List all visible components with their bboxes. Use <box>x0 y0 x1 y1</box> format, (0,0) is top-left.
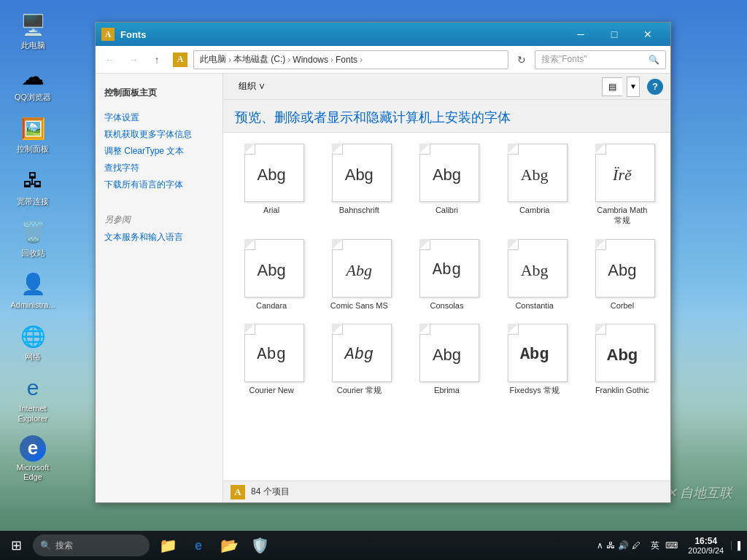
minimize-button[interactable]: ─ <box>564 23 597 46</box>
font-item-bahnschrift[interactable]: Abg Bahnschrift <box>318 140 400 230</box>
sidebar-link-get-fonts[interactable]: 联机获取更多字体信息 <box>96 126 222 143</box>
search-icon: 🔍 <box>649 55 659 65</box>
ie-taskbar-icon: e <box>195 538 202 553</box>
taskbar-time: 16:54 <box>688 536 724 546</box>
network-icon: 🌐 <box>18 322 47 351</box>
taskbar-volume-icon[interactable]: 🔊 <box>618 540 629 551</box>
taskbar-date: 2020/9/24 <box>688 546 724 555</box>
taskbar-item-ie[interactable]: e <box>184 532 213 559</box>
taskbar-items: 📁 e 📂 🛡️ <box>153 532 274 559</box>
desktop-icon-network[interactable]: 🌐 网络 <box>7 319 58 365</box>
font-name-cambria: Cambria <box>519 205 550 215</box>
font-name-courier-reg: Courier 常规 <box>337 385 382 395</box>
taskbar-search[interactable]: 🔍 搜索 <box>33 534 150 556</box>
desktop-icon-admin[interactable]: 👤 Administra... <box>7 267 58 313</box>
font-item-consolas[interactable]: Abg Consolas <box>406 236 487 314</box>
font-item-cambria-math[interactable]: Ïrě Cambria Math 常规 <box>581 140 663 230</box>
sidebar-link-find-char[interactable]: 查找字符 <box>96 160 222 176</box>
font-name-calibri: Calibri <box>436 205 458 215</box>
desktop-icon-network-conn[interactable]: 🖧 宽带连接 <box>7 163 58 209</box>
desktop-icon-ie[interactable]: e InternetExplorer <box>7 370 58 426</box>
font-item-corbel[interactable]: Abg Corbel <box>581 236 663 314</box>
maximize-button[interactable]: □ <box>597 23 631 46</box>
up-button[interactable]: ↑ <box>147 50 167 70</box>
path-icon: A <box>173 52 187 67</box>
forward-button[interactable]: → <box>123 50 144 70</box>
font-preview-franklin: Abg <box>607 346 638 365</box>
fonts-window: A Fonts ─ □ ✕ ← → ↑ A 此电脑 › 本地磁盘 (C:) › … <box>95 22 671 503</box>
start-button[interactable]: ⊞ <box>0 531 33 560</box>
font-item-fixedsys[interactable]: Abg Fixedsys 常规 <box>494 320 576 399</box>
fonts-grid: Abg Arial Abg Bahnschrift <box>231 140 663 399</box>
font-item-arial[interactable]: Abg Arial <box>231 140 312 230</box>
taskbar-pen-icon[interactable]: 🖊 <box>632 540 640 551</box>
font-icon-cambria-math: Ïrě <box>589 144 655 202</box>
font-preview-bahnschrift: Abg <box>345 166 374 184</box>
help-button[interactable]: ? <box>647 79 663 95</box>
font-item-ebrima[interactable]: Abg Ebrima <box>406 320 487 399</box>
taskbar: ⊞ 🔍 搜索 📁 e 📂 🛡️ ∧ 🖧 🔊 🖊 <box>0 531 747 560</box>
computer-icon-label: 此电脑 <box>21 41 45 50</box>
shield-taskbar-icon: 🛡️ <box>251 537 269 554</box>
sidebar-link-cleartype[interactable]: 调整 ClearType 文本 <box>96 143 222 160</box>
font-item-franklin[interactable]: Abg Franklin Gothic <box>581 320 663 399</box>
font-name-corbel: Corbel <box>611 300 634 311</box>
font-item-comic-sans[interactable]: Abg Comic Sans MS <box>318 236 400 314</box>
control-icon: 🖼️ <box>18 114 47 143</box>
address-bar: ← → ↑ A 此电脑 › 本地磁盘 (C:) › Windows › Font… <box>96 46 670 74</box>
desktop-icon-control[interactable]: 🖼️ 控制面板 <box>7 111 58 157</box>
font-name-franklin: Franklin Gothic <box>595 385 649 395</box>
taskbar-item-explorer[interactable]: 📁 <box>153 532 182 559</box>
search-placeholder: 搜索"Fonts" <box>541 53 587 66</box>
font-preview-comic-sans: Abg <box>347 261 372 280</box>
desktop-icon-recycle[interactable]: 🗑️ 回收站 <box>7 215 58 261</box>
control-icon-label: 控制面板 <box>17 144 49 154</box>
font-name-comic-sans: Comic Sans MS <box>330 300 388 311</box>
view-button[interactable]: ▤ <box>602 77 622 96</box>
close-button[interactable]: ✕ <box>631 23 665 46</box>
font-preview-consolas: Abg <box>433 261 462 279</box>
taskbar-item-shield[interactable]: 🛡️ <box>245 532 274 559</box>
font-item-courier-new[interactable]: Abg Courier New <box>231 320 312 399</box>
taskbar-clock[interactable]: 16:54 2020/9/24 <box>682 536 729 555</box>
font-name-constantia: Constantia <box>515 300 554 311</box>
font-icon-cambria: Abg <box>502 144 568 202</box>
taskbar-right: ∧ 🖧 🔊 🖊 英 ⌨ 16:54 2020/9/24 ▐ <box>594 536 747 555</box>
admin-icon: 👤 <box>18 270 47 299</box>
font-icon-consolas: Abg <box>414 239 479 298</box>
taskbar-network-icon: 🖧 <box>606 540 615 551</box>
taskbar-lang-indicator[interactable]: 英 <box>648 540 662 552</box>
taskbar-show-desktop[interactable]: ▐ <box>731 541 743 550</box>
folder-taskbar-icon: 📂 <box>220 537 239 554</box>
back-button[interactable]: ← <box>100 50 120 70</box>
organize-button[interactable]: 组织 ∨ <box>231 77 274 96</box>
browser-icon: ☁ <box>18 62 47 91</box>
font-item-calibri[interactable]: Abg Calibri <box>406 140 487 230</box>
font-name-arial: Arial <box>263 205 279 215</box>
fonts-grid-container[interactable]: Abg Arial Abg Bahnschrift <box>223 133 670 481</box>
desktop-icon-computer[interactable]: 🖥️ 此电脑 <box>7 7 58 53</box>
taskbar-search-icon: 🔍 <box>40 540 51 551</box>
taskbar-item-folder[interactable]: 📂 <box>214 532 244 559</box>
sidebar-link-font-settings[interactable]: 字体设置 <box>96 109 222 126</box>
page-title: 预览、删除或者显示和隐藏计算机上安装的字体 <box>235 109 659 126</box>
ie-icon: e <box>18 373 47 402</box>
sidebar-link-download-fonts[interactable]: 下载所有语言的字体 <box>96 176 222 193</box>
desktop-icon-browser[interactable]: ☁ QQ浏览器 <box>7 59 58 105</box>
font-item-constantia[interactable]: Abg Constantia <box>494 236 576 314</box>
font-icon-constantia: Abg <box>502 239 568 298</box>
sidebar: 控制面板主页 字体设置 联机获取更多字体信息 调整 ClearType 文本 查… <box>96 74 223 502</box>
font-item-cambria[interactable]: Abg Cambria <box>494 140 576 230</box>
view-dropdown[interactable]: ▼ <box>627 77 640 97</box>
refresh-button[interactable]: ↻ <box>511 50 532 70</box>
taskbar-arrow-icon[interactable]: ∧ <box>597 540 603 551</box>
font-icon-arial: Abg <box>239 144 304 202</box>
address-path[interactable]: 此电脑 › 本地磁盘 (C:) › Windows › Fonts › <box>193 50 508 69</box>
font-item-courier-reg[interactable]: Abg Courier 常规 <box>318 320 400 399</box>
sidebar-link-text-services[interactable]: 文本服务和输入语言 <box>96 229 222 246</box>
search-box[interactable]: 搜索"Fonts" 🔍 <box>535 50 666 69</box>
font-preview-cambria-math: Ïrě <box>613 166 632 184</box>
desktop-icon-edge[interactable]: e MicrosoftEdge <box>7 432 58 485</box>
font-item-candara[interactable]: Abg Candara <box>231 236 312 314</box>
network-conn-icon: 🖧 <box>18 166 47 195</box>
